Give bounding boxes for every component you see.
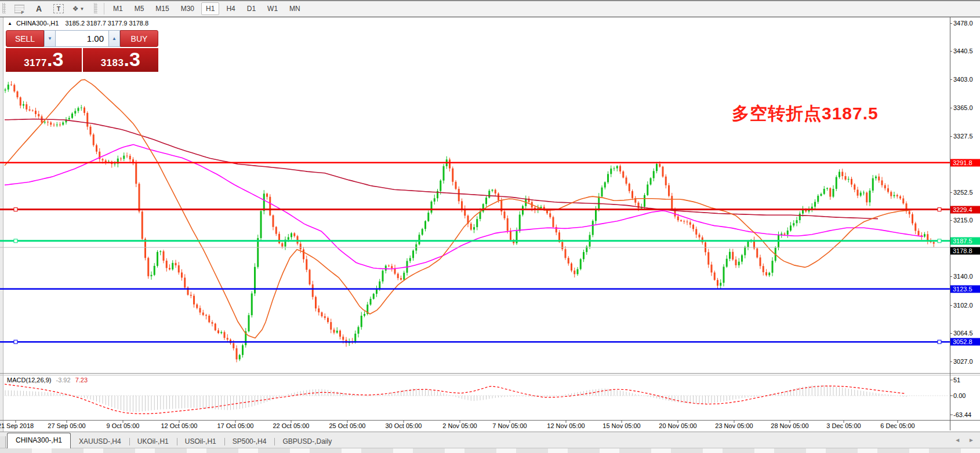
time-axis-label: 7 Nov 05:00: [492, 422, 527, 429]
macd-main-value: -3.92: [56, 377, 70, 383]
tab-scroll-right-icon[interactable]: ►: [968, 437, 974, 443]
time-axis-label: 3 Dec 05:00: [826, 422, 861, 429]
price-tick: [950, 79, 952, 80]
price-tick: [950, 108, 952, 108]
current-price-tag: 3178.8: [950, 247, 980, 255]
chart-tab-xauusd-h4[interactable]: XAUUSD-,H4: [71, 436, 129, 448]
macd-scale-top: 51: [953, 377, 960, 383]
time-axis-label: 12 Oct 05:00: [161, 422, 198, 429]
time-axis-label: 21 Sep 2018: [0, 422, 34, 429]
macd-signal-value: 7.23: [75, 377, 88, 383]
chart-tab-usoil-h1[interactable]: USOil-,H1: [177, 436, 224, 448]
time-axis-label: 23 Nov 05:00: [715, 422, 753, 429]
time-axis-label: 30 Oct 05:00: [386, 422, 422, 429]
price-tick: [950, 192, 952, 193]
macd-scale-bottom: -63.44: [953, 411, 971, 418]
price-tick-label: 3252.5: [953, 189, 973, 196]
price-tick-label: 3102.0: [953, 302, 973, 309]
price-tick: [950, 136, 952, 137]
time-axis-label: 28 Nov 05:00: [771, 422, 808, 429]
time-axis-label: 15 Nov 05:00: [602, 422, 640, 429]
price-tick-label: 3327.5: [953, 133, 973, 140]
time-axis-label: 20 Nov 05:00: [659, 422, 696, 429]
macd-indicator-label: MACD(12,26,9) -3.92 7.23: [7, 377, 88, 383]
tab-scroll-left-icon[interactable]: ◄: [954, 437, 960, 443]
level-price-tag: 3052.8: [950, 338, 980, 346]
time-axis-label: 22 Oct 05:00: [273, 422, 310, 429]
chart-tab-bar: CHINA300-,H1XAUUSD-,H4UKOil-,H1USOil-,H1…: [0, 432, 980, 448]
chart-tab-sp500-h4[interactable]: SP500-,H4: [224, 436, 275, 448]
price-tick: [950, 361, 952, 362]
price-tick-label: 3365.0: [953, 104, 973, 111]
price-tick: [950, 333, 952, 334]
chart-tab-china300-h1[interactable]: CHINA300-,H1: [7, 433, 71, 448]
level-price-tag: 3229.4: [950, 206, 980, 213]
price-tick-label: 3140.0: [953, 273, 973, 280]
level-price-tag: 3123.5: [950, 285, 980, 293]
price-tick-label: 3027.0: [953, 358, 973, 365]
price-tick: [950, 51, 952, 52]
price-chart-canvas[interactable]: [0, 0, 980, 453]
price-tick-label: 3440.5: [953, 48, 973, 54]
bottom-scrollbar[interactable]: [0, 448, 980, 453]
time-axis-label: 2 Nov 05:00: [442, 422, 477, 429]
price-tick: [950, 220, 952, 221]
price-tick: [950, 276, 952, 277]
time-axis-label: 12 Nov 05:00: [547, 422, 585, 429]
macd-scale-zero: 0.00: [953, 392, 966, 399]
tab-bar-stub: [0, 436, 6, 448]
price-tick-label: 3478.0: [953, 20, 973, 27]
time-axis-label: 9 Oct 05:00: [107, 422, 140, 429]
time-axis-label: 25 Oct 05:00: [329, 422, 366, 429]
level-price-tag: 3291.8: [950, 159, 980, 166]
price-tick-label: 3064.5: [953, 330, 973, 337]
tab-list: CHINA300-,H1XAUUSD-,H4UKOil-,H1USOil-,H1…: [7, 433, 340, 448]
chart-tab-gbpusd-daily[interactable]: GBPUSD-,Daily: [274, 436, 340, 448]
macd-name: MACD(12,26,9): [7, 377, 51, 383]
time-axis-label: 27 Sep 05:00: [48, 422, 85, 429]
level-price-tag: 3187.5: [950, 237, 980, 244]
time-axis-label: 17 Oct 05:00: [217, 422, 254, 429]
price-tick: [950, 305, 952, 306]
price-tick-label: 3215.0: [953, 217, 973, 224]
price-tick-label: 3403.0: [953, 76, 973, 83]
time-axis-label: 6 Dec 05:00: [880, 422, 914, 429]
price-tick: [950, 23, 952, 24]
chart-tab-ukoil-h1[interactable]: UKOil-,H1: [129, 436, 177, 448]
